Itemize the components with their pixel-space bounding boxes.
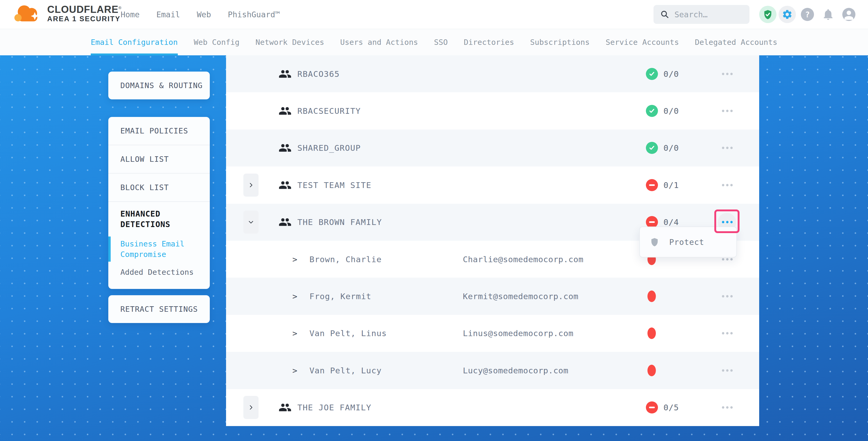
group-name: THE JOE FAMILY bbox=[298, 403, 371, 412]
sidebar-item-allow-list[interactable]: ALLOW LIST bbox=[108, 145, 210, 173]
row-menu-button[interactable] bbox=[722, 295, 733, 297]
sidebar-section-enhanced-detections: ENHANCED DETECTIONSBusiness Email Compro… bbox=[108, 201, 210, 289]
expand-button[interactable] bbox=[243, 211, 258, 233]
status-unprotected-dot bbox=[647, 365, 656, 376]
member-row[interactable]: >Van Pelt, LucyLucy@somedemocorp.com bbox=[226, 352, 759, 389]
row-menu-button[interactable] bbox=[722, 110, 733, 112]
help-icon[interactable]: ? bbox=[801, 8, 814, 21]
expand-button[interactable] bbox=[243, 174, 258, 197]
brand-name: CLOUDFLARE® bbox=[47, 3, 122, 15]
group-name: RBACO365 bbox=[298, 69, 340, 78]
cloudflare-cloud-icon bbox=[12, 2, 43, 24]
tab-email-configuration[interactable]: Email Configuration bbox=[91, 29, 178, 55]
sidebar-item-added-detections[interactable]: Added Detections bbox=[120, 267, 202, 277]
groups-table: RBACO3650/0RBACSECURITY0/0SHARED_GROUP0/… bbox=[226, 55, 759, 426]
member-email: Linus@somedemocorp.com bbox=[463, 328, 574, 338]
sidebar-item-email-policies[interactable]: EMAIL POLICIES bbox=[108, 117, 210, 145]
brand-logo[interactable]: CLOUDFLARE® AREA 1 SECURITY bbox=[12, 2, 122, 24]
status-blocked-icon bbox=[646, 179, 658, 191]
nav-item-web[interactable]: Web bbox=[197, 10, 211, 19]
member-count: 0/0 bbox=[663, 143, 679, 153]
tab-delegated-accounts[interactable]: Delegated Accounts bbox=[695, 29, 777, 55]
group-row[interactable]: TEST TEAM SITE0/1 bbox=[226, 166, 759, 203]
member-email: Kermit@somedemocorp.com bbox=[463, 291, 579, 301]
group-name: TEST TEAM SITE bbox=[298, 180, 371, 190]
minus-glyph bbox=[649, 184, 655, 186]
member-name: Van Pelt, Linus bbox=[309, 328, 387, 338]
member-chevron-icon: > bbox=[292, 328, 298, 338]
search-box[interactable] bbox=[653, 5, 749, 24]
member-name: Frog, Kermit bbox=[309, 291, 371, 301]
group-row[interactable]: RBACO3650/0 bbox=[226, 55, 759, 92]
settings-gear-icon[interactable] bbox=[779, 6, 796, 23]
sidebar-section-title[interactable]: ENHANCED DETECTIONS bbox=[120, 209, 183, 230]
menu-item-protect[interactable]: Protect bbox=[640, 237, 736, 247]
group-icon bbox=[278, 104, 291, 118]
status-protected-icon bbox=[646, 68, 658, 80]
tab-subscriptions[interactable]: Subscriptions bbox=[530, 29, 590, 55]
primary-nav: HomeEmailWebPhishGuard™ bbox=[121, 0, 280, 29]
group-icon bbox=[278, 401, 291, 414]
shield-icon bbox=[650, 237, 659, 247]
status-protected-icon bbox=[646, 105, 658, 117]
nav-item-phishguard[interactable]: PhishGuard™ bbox=[228, 10, 280, 19]
sidebar-item-domains-routing[interactable]: DOMAINS & ROUTING bbox=[108, 71, 210, 99]
member-chevron-icon: > bbox=[292, 291, 298, 301]
tab-sso[interactable]: SSO bbox=[434, 29, 447, 55]
status-protected-icon bbox=[646, 142, 658, 154]
sidebar-item-business-email-compromise[interactable]: Business Email Compromise bbox=[120, 239, 202, 259]
sidebar-card-retract-settings: RETRACT SETTINGS bbox=[108, 295, 210, 323]
group-icon bbox=[278, 216, 291, 229]
protection-status-shield-icon[interactable] bbox=[759, 6, 776, 23]
sidebar: DOMAINS & ROUTINGEMAIL POLICIESALLOW LIS… bbox=[108, 55, 210, 441]
group-name: RBACSECURITY bbox=[298, 106, 361, 116]
member-email: Lucy@somedemocorp.com bbox=[463, 366, 568, 375]
row-menu-button[interactable] bbox=[722, 184, 733, 186]
status-unprotected-dot bbox=[647, 327, 656, 339]
member-count: 0/0 bbox=[663, 106, 679, 116]
sidebar-item-block-list[interactable]: BLOCK LIST bbox=[108, 173, 210, 201]
expand-button[interactable] bbox=[243, 396, 258, 419]
brand-subtitle: AREA 1 SECURITY bbox=[47, 15, 122, 23]
group-icon bbox=[278, 141, 291, 154]
sidebar-card-email-policies: EMAIL POLICIESALLOW LISTBLOCK LISTENHANC… bbox=[108, 117, 210, 289]
tab-users-and-actions[interactable]: Users and Actions bbox=[340, 29, 418, 55]
cloudflare-area1-app: CLOUDFLARE® AREA 1 SECURITY HomeEmailWeb… bbox=[0, 0, 868, 441]
row-menu-button[interactable] bbox=[722, 258, 733, 260]
secondary-nav: Email ConfigurationWeb ConfigNetwork Dev… bbox=[0, 29, 868, 55]
search-input[interactable] bbox=[674, 10, 741, 20]
notifications-bell-icon[interactable] bbox=[821, 7, 835, 22]
member-count: 0/0 bbox=[663, 69, 679, 78]
content-area: DOMAINS & ROUTINGEMAIL POLICIESALLOW LIS… bbox=[0, 55, 868, 441]
minus-glyph bbox=[649, 221, 655, 223]
tab-service-accounts[interactable]: Service Accounts bbox=[606, 29, 679, 55]
group-icon bbox=[278, 67, 291, 81]
search-icon bbox=[660, 10, 669, 19]
group-name: THE BROWN FAMILY bbox=[298, 217, 382, 227]
nav-item-home[interactable]: Home bbox=[121, 10, 140, 19]
member-count: 0/4 bbox=[663, 217, 679, 227]
group-row[interactable]: THE JOE FAMILY0/5 bbox=[226, 389, 759, 426]
row-menu-button[interactable] bbox=[722, 406, 733, 409]
group-row[interactable]: SHARED_GROUP0/0 bbox=[226, 129, 759, 166]
tab-directories[interactable]: Directories bbox=[464, 29, 514, 55]
member-chevron-icon: > bbox=[292, 255, 298, 264]
group-name: SHARED_GROUP bbox=[298, 143, 361, 153]
member-name: Van Pelt, Lucy bbox=[309, 366, 381, 375]
sidebar-card-domains-routing: DOMAINS & ROUTING bbox=[108, 71, 210, 99]
row-menu-button[interactable] bbox=[722, 369, 733, 372]
sidebar-item-retract-settings[interactable]: RETRACT SETTINGS bbox=[108, 295, 210, 323]
tab-web-config[interactable]: Web Config bbox=[194, 29, 240, 55]
member-count: 0/5 bbox=[663, 403, 679, 412]
account-avatar-icon[interactable] bbox=[842, 8, 856, 21]
minus-glyph bbox=[649, 407, 655, 408]
row-menu-button[interactable] bbox=[722, 147, 733, 149]
group-icon bbox=[278, 179, 291, 192]
tab-network-devices[interactable]: Network Devices bbox=[255, 29, 324, 55]
row-menu-button[interactable] bbox=[722, 73, 733, 75]
nav-item-email[interactable]: Email bbox=[156, 10, 180, 19]
member-row[interactable]: >Van Pelt, LinusLinus@somedemocorp.com bbox=[226, 315, 759, 352]
group-row[interactable]: RBACSECURITY0/0 bbox=[226, 92, 759, 129]
member-row[interactable]: >Frog, KermitKermit@somedemocorp.com bbox=[226, 278, 759, 315]
row-menu-button[interactable] bbox=[722, 332, 733, 335]
